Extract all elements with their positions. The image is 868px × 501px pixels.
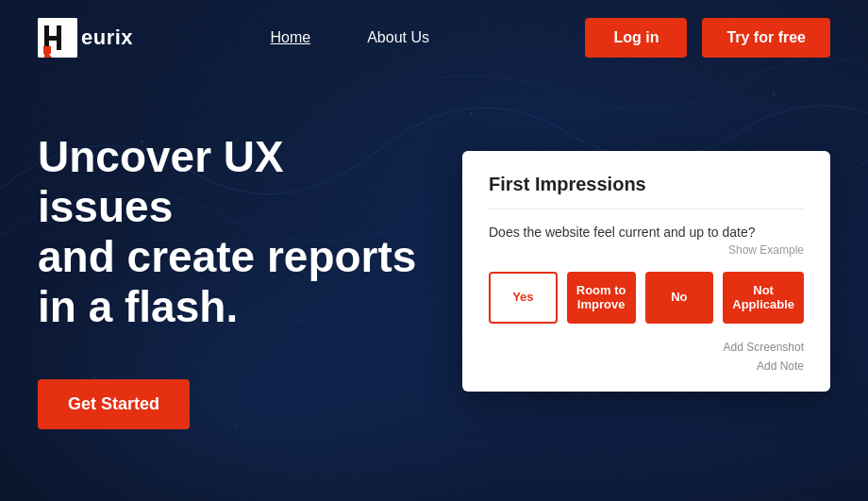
logo[interactable]: eurix — [38, 18, 133, 58]
show-example-link[interactable]: Show Example — [489, 243, 804, 257]
card-answer-buttons: Yes Room to Improve No Not Applicable — [489, 272, 804, 324]
answer-yes-button[interactable]: Yes — [489, 272, 558, 324]
try-free-button[interactable]: Try for free — [702, 18, 830, 58]
login-button[interactable]: Log in — [585, 18, 687, 58]
card-footer: Add Screenshot Add Note — [489, 341, 804, 373]
first-impressions-card: First Impressions Does the website feel … — [462, 151, 830, 392]
get-started-button[interactable]: Get Started — [38, 379, 190, 429]
add-note-link[interactable]: Add Note — [489, 359, 804, 373]
hero-section: Uncover UX issues and create reports in … — [0, 75, 868, 429]
svg-rect-12 — [57, 25, 61, 50]
answer-na-button[interactable]: Not Applicable — [723, 272, 804, 324]
answer-no-button[interactable]: No — [645, 272, 714, 324]
nav-links: Home About Us — [133, 29, 566, 46]
hero-headline: Uncover UX issues and create reports in … — [38, 132, 425, 332]
nav-about[interactable]: About Us — [367, 29, 429, 46]
nav-home[interactable]: Home — [271, 29, 311, 46]
nav-actions: Log in Try for free — [585, 18, 830, 58]
answer-room-button[interactable]: Room to Improve — [567, 272, 636, 324]
card-title: First Impressions — [489, 174, 804, 209]
navbar: eurix Home About Us Log in Try for free — [0, 0, 868, 75]
add-screenshot-link[interactable]: Add Screenshot — [489, 341, 804, 354]
card-question: Does the website feel current and up to … — [489, 225, 804, 240]
svg-marker-13 — [44, 48, 52, 58]
hero-left: Uncover UX issues and create reports in … — [38, 113, 425, 429]
logo-text: eurix — [81, 25, 133, 50]
logo-icon — [38, 18, 77, 58]
